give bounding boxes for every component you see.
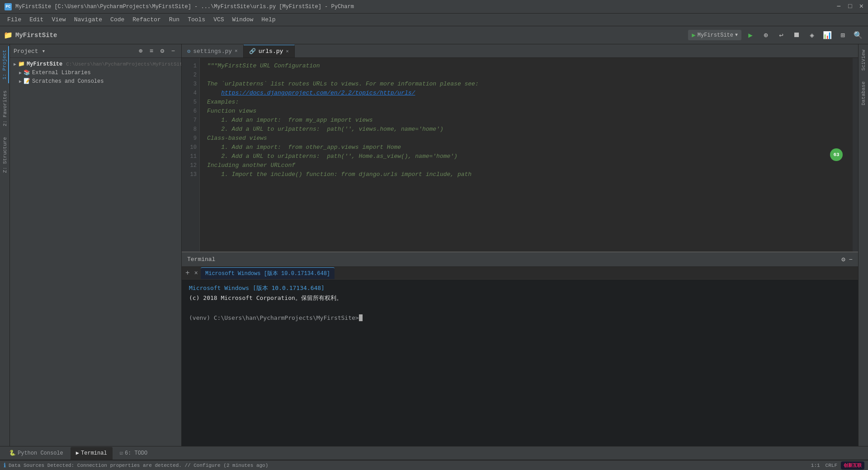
editor-main: ⚙ settings.py × 🔗 urls.py × 1 bbox=[182, 44, 858, 252]
tree-arrow-icon-scratch: ▶ bbox=[19, 79, 22, 84]
code-line-5: Examples: bbox=[207, 98, 845, 107]
sidebar-item-project[interactable]: 1: Project bbox=[1, 46, 9, 83]
sidebar-item-sciview[interactable]: SciView bbox=[860, 46, 867, 74]
bottom-tab-terminal[interactable]: ▶ Terminal bbox=[71, 447, 113, 460]
folder-icon: 📁 bbox=[18, 61, 25, 67]
project-settings-icon[interactable]: ⚙ bbox=[158, 47, 167, 56]
toolbar-left: 📁 MyFirstSite bbox=[4, 31, 61, 40]
code-line-2 bbox=[207, 71, 845, 80]
terminal-minimize-icon[interactable]: − bbox=[849, 256, 853, 263]
code-line-12: Including another URLconf bbox=[207, 161, 845, 170]
rerun-button[interactable]: ↩ bbox=[775, 29, 788, 42]
menu-item-view[interactable]: View bbox=[48, 15, 69, 24]
green-badge: 63 bbox=[830, 148, 843, 161]
tab-urls-py[interactable]: 🔗 urls.py × bbox=[244, 45, 295, 57]
code-content[interactable]: """MyFirstSite URL Configuration The `ur… bbox=[200, 58, 853, 252]
code-line-10: 1. Add an import: from other_app.views i… bbox=[207, 143, 845, 152]
bottom-tabs-area: 🐍 Python Console ▶ Terminal ☑ 6: TODO ℹ … bbox=[0, 446, 868, 470]
project-panel-title: Project ▾ bbox=[14, 47, 134, 55]
menu-bar: File Edit View Navigate Code Refactor Ru… bbox=[0, 14, 868, 26]
tab-urls-close[interactable]: × bbox=[286, 49, 289, 54]
tree-label-myfirstsite: MyFirstSite bbox=[27, 61, 62, 67]
tree-item-scratches[interactable]: ▶ 📝 Scratches and Consoles bbox=[10, 77, 181, 85]
terminal-line-3 bbox=[189, 303, 851, 313]
menu-item-refactor[interactable]: Refactor bbox=[129, 15, 164, 24]
app-icon: PC bbox=[5, 3, 12, 10]
menu-item-tools[interactable]: Tools bbox=[184, 15, 209, 24]
code-line-13: 1. Import the include() function: from d… bbox=[207, 170, 845, 179]
tree-label-external-libs: External Libraries bbox=[32, 70, 91, 76]
tree-item-myfirstsite[interactable]: ▶ 📁 MyFirstSite C:\Users\han\PycharmProj… bbox=[10, 60, 181, 68]
terminal-header: Terminal ⚙ − bbox=[182, 252, 858, 267]
menu-item-code[interactable]: Code bbox=[107, 15, 128, 24]
project-panel-header: Project ▾ ⊕ ≡ ⚙ − bbox=[10, 44, 181, 58]
cursor-position[interactable]: 1:1 bbox=[811, 463, 820, 468]
tree-arrow-icon: ▶ bbox=[14, 62, 16, 67]
watermark: 创新互联 bbox=[841, 461, 864, 470]
toolbar: 📁 MyFirstSite ▶ MyFirstSite ▼ ▶ ⊕ ↩ ⏹ ◈ … bbox=[0, 26, 868, 44]
status-message[interactable]: Data Sources Detected: Connection proper… bbox=[9, 463, 268, 468]
terminal-settings-icon[interactable]: ⚙ bbox=[841, 256, 845, 263]
terminal-close-tab-button[interactable]: × bbox=[193, 270, 200, 277]
run-button[interactable]: ▶ bbox=[744, 29, 757, 42]
status-info-icon: ℹ bbox=[4, 462, 6, 469]
status-right: 1:1 CRLF bbox=[811, 463, 837, 468]
code-line-11: 2. Add a URL to urlpatterns: path('', Ho… bbox=[207, 152, 845, 161]
stop-button[interactable]: ⏹ bbox=[790, 29, 803, 42]
terminal-tab-icon: ▶ bbox=[76, 450, 79, 456]
line-numbers: 12345678910111213 bbox=[182, 58, 200, 252]
menu-item-help[interactable]: Help bbox=[258, 15, 279, 24]
line-ending[interactable]: CRLF bbox=[826, 463, 837, 468]
code-editor[interactable]: 12345678910111213 """MyFirstSite URL Con… bbox=[182, 58, 858, 252]
run-config-selector[interactable]: ▶ MyFirstSite ▼ bbox=[688, 30, 741, 40]
editor-scrollbar[interactable] bbox=[853, 58, 858, 252]
build-button[interactable]: ⊕ bbox=[760, 29, 772, 42]
terminal-body[interactable]: Microsoft Windows [版本 10.0.17134.648] (c… bbox=[182, 280, 858, 446]
menu-item-navigate[interactable]: Navigate bbox=[71, 15, 106, 24]
profile-button[interactable]: 📊 bbox=[821, 29, 834, 42]
scratch-icon: 📝 bbox=[24, 78, 30, 85]
bottom-tab-python-console[interactable]: 🐍 Python Console bbox=[4, 447, 69, 460]
tab-settings-close[interactable]: × bbox=[235, 48, 238, 54]
ext-lib-icon: 📚 bbox=[24, 69, 30, 76]
terminal-title-text: Terminal bbox=[187, 256, 838, 263]
sidebar-item-favorites[interactable]: 2: Favorites bbox=[1, 87, 9, 130]
menu-item-edit[interactable]: Edit bbox=[26, 15, 47, 24]
terminal-tab-label: Terminal bbox=[81, 450, 107, 456]
terminal-tabs-bar: + × Microsoft Windows [版本 10.0.17134.648… bbox=[182, 267, 858, 280]
editor-tabs-bar: ⚙ settings.py × 🔗 urls.py × bbox=[182, 44, 858, 58]
project-close-icon[interactable]: − bbox=[169, 47, 178, 56]
bottom-panel-tabs: 🐍 Python Console ▶ Terminal ☑ 6: TODO bbox=[0, 446, 868, 460]
title-bar: PC MyFirstSite [C:\Users\han\PycharmProj… bbox=[0, 0, 868, 14]
project-collapse-icon[interactable]: ≡ bbox=[147, 47, 156, 56]
tab-settings-py[interactable]: ⚙ settings.py × bbox=[182, 45, 244, 57]
project-sync-icon[interactable]: ⊕ bbox=[136, 47, 145, 56]
project-folder-icon: 📁 bbox=[4, 31, 13, 40]
code-line-1: """MyFirstSite URL Configuration bbox=[207, 62, 845, 71]
terminal-line-1: Microsoft Windows [版本 10.0.17134.648] bbox=[189, 283, 851, 293]
commit-button[interactable]: ⊞ bbox=[836, 29, 849, 42]
menu-item-file[interactable]: File bbox=[4, 15, 25, 24]
status-bar: ℹ Data Sources Detected: Connection prop… bbox=[0, 460, 868, 470]
sidebar-item-structure[interactable]: Z: Structure bbox=[1, 133, 9, 176]
coverage-button[interactable]: ◈ bbox=[806, 29, 818, 42]
terminal-tab-active[interactable]: Microsoft Windows [版本 10.0.17134.648] bbox=[201, 267, 335, 279]
terminal-line-prompt: (venv) C:\Users\han\PycharmProjects\MyFi… bbox=[189, 313, 851, 323]
menu-item-vcs[interactable]: VCS bbox=[210, 15, 227, 24]
terminal-add-tab-button[interactable]: + bbox=[184, 269, 192, 277]
run-config-name: MyFirstSite bbox=[698, 32, 733, 38]
tree-label-scratches: Scratches and Consoles bbox=[32, 78, 104, 85]
sidebar-item-database[interactable]: Database bbox=[860, 78, 867, 109]
search-everywhere-button[interactable]: 🔍 bbox=[852, 29, 864, 42]
python-console-icon: 🐍 bbox=[9, 450, 16, 456]
code-line-6: Function views bbox=[207, 107, 845, 116]
menu-item-run[interactable]: Run bbox=[165, 15, 183, 24]
tree-item-external-libraries[interactable]: ▶ 📚 External Libraries bbox=[10, 68, 181, 77]
bottom-tab-todo[interactable]: ☑ 6: TODO bbox=[114, 447, 153, 460]
maximize-button[interactable]: □ bbox=[848, 3, 852, 11]
code-line-4: https://docs.djangoproject.com/en/2.2/to… bbox=[207, 89, 845, 98]
minimize-button[interactable]: − bbox=[836, 3, 841, 11]
close-button[interactable]: × bbox=[859, 3, 863, 11]
code-line-8: 2. Add a URL to urlpatterns: path('', vi… bbox=[207, 125, 845, 134]
menu-item-window[interactable]: Window bbox=[229, 15, 257, 24]
